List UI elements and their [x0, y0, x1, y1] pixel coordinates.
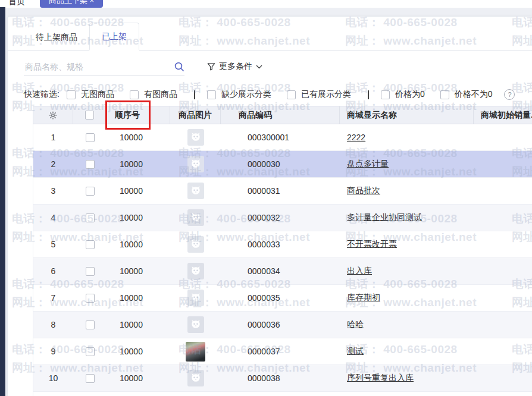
row-image-cell	[170, 183, 221, 199]
product-name-link[interactable]: 不开票改开票	[347, 239, 397, 250]
row-seq: 10000	[107, 159, 170, 169]
quick-filter-checkbox[interactable]	[207, 90, 216, 99]
product-image-placeholder[interactable]	[187, 370, 204, 386]
header-code[interactable]: 商品编码	[221, 106, 340, 124]
product-image-placeholder[interactable]	[187, 129, 204, 146]
row-number: 4	[33, 213, 73, 222]
tab-listed-products[interactable]: 已上架	[89, 23, 139, 51]
product-name-link[interactable]: 2222	[347, 133, 365, 142]
quick-filter-divider	[194, 90, 195, 99]
quick-filter-checkbox[interactable]	[381, 90, 390, 99]
content-card: 待上架商品 已上架 更多条件 快速筛选: 无图商品有图商	[8, 17, 532, 396]
quick-filter-option-label: 无图商品	[81, 89, 114, 100]
table-row[interactable]: 3 10000 0000031 商品批次	[33, 178, 532, 205]
table-header-row: 顺序号 商品图片 商品编码 商城显示名称 商城初始销量.	[33, 106, 532, 124]
gear-icon[interactable]	[48, 111, 58, 120]
tab-pending-products[interactable]: 待上架商品	[24, 24, 89, 50]
quick-filter-option-label: 有图商品	[144, 89, 177, 100]
row-number: 7	[33, 293, 73, 303]
row-number: 3	[33, 186, 73, 196]
row-checkbox[interactable]	[86, 320, 95, 329]
table-row[interactable]: 10 10000 0000038 序列号重复出入库	[33, 365, 532, 392]
product-name-link[interactable]: 库存期初	[347, 293, 380, 303]
row-checkbox[interactable]	[86, 240, 95, 249]
row-number: 2	[33, 159, 73, 169]
row-checkbox[interactable]	[86, 213, 95, 222]
quick-filter-items: 无图商品有图商品缺少展示分类已有展示分类价格为0价格不为0	[67, 89, 508, 100]
row-number: 9	[33, 347, 73, 356]
table-row[interactable]	[33, 392, 532, 396]
page-gutter	[0, 8, 532, 17]
product-image-placeholder[interactable]	[187, 156, 204, 172]
product-image-placeholder[interactable]	[187, 263, 204, 279]
table-row[interactable]: 4 10000 0000032 多计量企业协同测试	[33, 205, 532, 231]
product-name-link[interactable]: 测试	[347, 346, 364, 357]
row-checkbox[interactable]	[86, 347, 95, 356]
table-row[interactable]: 5 10000 0000033 不开票改开票	[33, 231, 532, 258]
table-row[interactable]: 2 10000 0000030 盘点多计量	[33, 151, 532, 178]
table-row[interactable]: 8 10000 0000036 哈哈	[33, 312, 532, 338]
row-seq: 10000	[107, 373, 170, 383]
tab-bar: 待上架商品 已上架	[8, 24, 532, 51]
search-input[interactable]	[24, 61, 174, 72]
quick-filter-checkbox[interactable]	[287, 90, 296, 99]
product-image-placeholder[interactable]	[187, 316, 204, 333]
select-all-cell	[73, 106, 107, 124]
table-row[interactable]: 1 10000 000300001 2222	[33, 124, 532, 151]
quick-filter-option[interactable]: 缺少展示分类	[207, 89, 271, 100]
header-seq[interactable]: 顺序号	[107, 106, 170, 124]
row-image-cell	[170, 263, 221, 279]
more-filters-label: 更多条件	[219, 61, 252, 72]
product-name-link[interactable]: 哈哈	[347, 319, 364, 330]
quick-filter-checkbox[interactable]	[130, 90, 139, 99]
row-image-cell	[170, 209, 221, 226]
table-row[interactable]: 7 10000 0000035 库存期初	[33, 285, 532, 312]
quick-filter-option[interactable]: 有图商品	[130, 89, 177, 100]
quick-filter-label: 快速筛选:	[24, 89, 60, 100]
row-seq: 10000	[107, 266, 170, 276]
topbar-active-tab[interactable]: 商品上下架 ×	[40, 0, 103, 8]
quick-filter-checkbox[interactable]	[67, 90, 76, 99]
row-checkbox[interactable]	[86, 294, 95, 303]
header-display-name[interactable]: 商城显示名称	[340, 106, 474, 124]
quick-filter-option-label: 价格不为0	[455, 89, 493, 100]
sidebar-edge	[0, 7, 5, 396]
quick-filter-option[interactable]: 无图商品	[67, 89, 114, 100]
product-image-placeholder[interactable]	[187, 209, 204, 226]
quick-filter-option[interactable]: 价格不为0	[440, 89, 493, 100]
product-photo[interactable]	[186, 342, 205, 362]
quick-filter-option[interactable]: 已有展示分类	[287, 89, 351, 100]
row-seq: 10000	[107, 240, 170, 249]
products-table: 顺序号 商品图片 商品编码 商城显示名称 商城初始销量. 1 10000 000…	[33, 106, 532, 396]
quick-filter-option[interactable]: 价格为0	[381, 89, 425, 100]
header-image[interactable]: 商品图片	[170, 106, 221, 124]
table-row[interactable]: 9 10000 0000037 测试	[33, 338, 532, 365]
product-name-link[interactable]: 多计量企业协同测试	[347, 212, 422, 223]
row-checkbox[interactable]	[86, 160, 95, 169]
table-row[interactable]: 6 10000 0000034 出入库	[33, 258, 532, 285]
row-checkbox[interactable]	[86, 267, 95, 276]
product-name-link[interactable]: 盘点多计量	[347, 159, 389, 169]
row-checkbox[interactable]	[86, 187, 95, 196]
row-image-cell	[170, 236, 221, 253]
row-seq: 10000	[107, 293, 170, 303]
header-initial-sales[interactable]: 商城初始销量.	[474, 106, 532, 124]
row-checkbox[interactable]	[86, 133, 95, 142]
quick-filter-checkbox[interactable]	[440, 90, 449, 99]
search-box[interactable]	[24, 58, 184, 76]
row-image-cell	[170, 156, 221, 172]
select-all-checkbox[interactable]	[85, 111, 94, 120]
more-filters-button[interactable]: 更多条件	[207, 61, 262, 72]
product-image-placeholder[interactable]	[187, 290, 204, 306]
row-seq: 10000	[107, 186, 170, 196]
product-name-link[interactable]: 出入库	[347, 266, 372, 276]
search-icon[interactable]	[174, 61, 184, 72]
product-image-placeholder[interactable]	[187, 183, 204, 199]
topbar-home-tab[interactable]: 首页	[8, 0, 25, 8]
row-code: 0000038	[221, 373, 340, 383]
row-checkbox[interactable]	[86, 374, 95, 383]
help-icon[interactable]: ?	[504, 89, 515, 100]
product-name-link[interactable]: 商品批次	[347, 186, 380, 196]
product-name-link[interactable]: 序列号重复出入库	[347, 373, 414, 384]
product-image-placeholder[interactable]	[187, 236, 204, 253]
